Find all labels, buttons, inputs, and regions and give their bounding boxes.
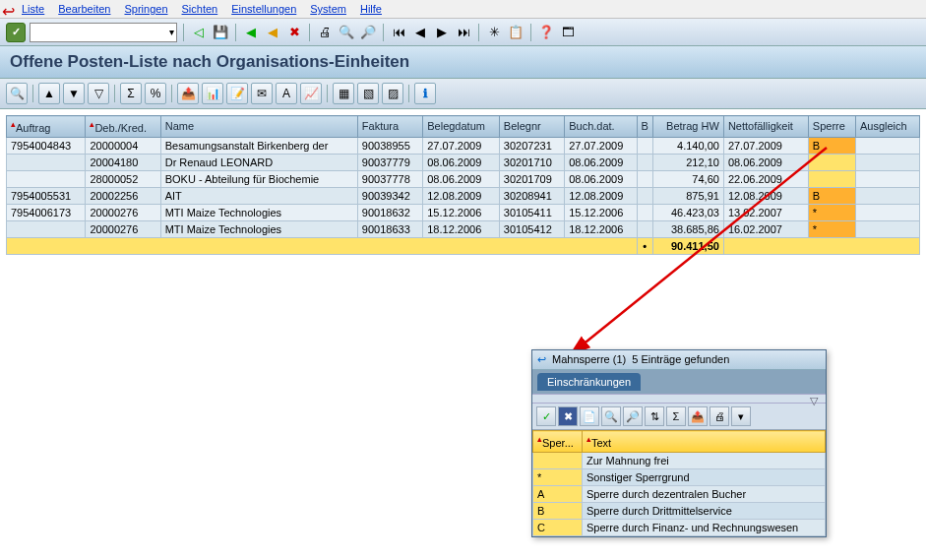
col-auftrag[interactable]: ▴Auftrag [7,116,86,138]
abc-icon[interactable]: A [276,83,297,104]
col-betrag[interactable]: Betrag HW [652,116,723,138]
word-icon[interactable]: 📝 [226,83,248,104]
subtotal-icon[interactable]: % [145,83,166,104]
exit-icon[interactable]: ◀ [264,24,281,41]
col-netto[interactable]: Nettofälligkeit [723,116,808,138]
sort-desc-icon[interactable]: ▼ [63,83,85,104]
next-page-icon[interactable]: ▶ [433,24,451,41]
layout1-icon[interactable]: ▦ [333,83,354,104]
popup-sap-icon: ↩ [537,353,546,366]
popup-collapse-icon[interactable]: ▽ [532,394,826,404]
col-ausgleich[interactable]: Ausgleich [855,116,919,138]
popup-title-b: 5 Einträge gefunden [632,353,729,366]
popup-check-icon[interactable]: ✓ [536,406,556,426]
lookup-row[interactable]: BSperre durch Drittmittelservice [533,502,826,519]
lookup-row[interactable]: CSperre durch Finanz- und Rechnungswesen [533,519,826,535]
table-row[interactable]: 795400617320000276MTI Maize Technologies… [7,204,920,220]
popup-more-icon[interactable]: ▾ [731,406,751,426]
popup-sort-icon[interactable]: ⇅ [645,406,664,426]
col-belegdatum[interactable]: Belegdatum [423,116,500,138]
last-page-icon[interactable]: ⏭ [455,24,472,41]
menu-sichten[interactable]: Sichten [182,3,218,15]
find-icon[interactable]: 🔍 [338,24,355,41]
layout2-icon[interactable]: ▧ [357,83,379,104]
back-icon[interactable]: ◁ [190,24,208,41]
lookup-row[interactable]: Zur Mahnung frei [533,452,826,468]
page-title: Offene Posten-Liste nach Organisations-E… [0,46,926,79]
app-toolbar: 🔍 ▲ ▼ ▽ Σ % 📤 📊 📝 ✉ A 📈 ▦ ▧ ▨ ℹ [0,79,926,109]
col-faktura[interactable]: Faktura [357,116,422,138]
sap-return-icon[interactable]: ↩ [2,2,15,21]
table-header-row: ▴Auftrag ▴Deb./Kred. Name Faktura Belegd… [7,116,920,138]
total-row: • 90.411,50 [7,237,920,254]
sperre-lookup-table[interactable]: ▴Sper... ▴Text Zur Mahnung frei*Sonstige… [532,430,826,536]
col-buchdat[interactable]: Buch.dat. [565,116,637,138]
command-field[interactable]: ▾ [30,23,177,42]
prev-page-icon[interactable]: ◀ [411,24,429,41]
popup-close-icon[interactable]: ✖ [558,406,578,426]
back-green-icon[interactable]: ◀ [242,24,260,41]
shortcut-icon[interactable]: 📋 [507,24,525,41]
popup-col-text[interactable]: ▴Text [583,431,826,453]
table-row[interactable]: 795400484320000004Besamungsanstalt Birke… [7,137,920,154]
col-b[interactable]: B [637,116,652,138]
menu-springen[interactable]: Springen [124,3,167,15]
popup-titlebar: ↩ Mahnsperre (1) 5 Einträge gefunden [532,350,826,370]
table-row[interactable]: 28000052BOKU - Abteilung für Biochemie90… [7,170,920,187]
find-next-icon[interactable]: 🔎 [359,24,377,41]
new-session-icon[interactable]: ✳ [485,24,503,41]
table-row[interactable]: 20000276MTI Maize Technologies9001863318… [7,220,920,237]
col-name[interactable]: Name [160,116,357,138]
details-icon[interactable]: 🔍 [6,83,28,104]
popup-findnext-icon[interactable]: 🔎 [623,406,643,426]
col-debkred[interactable]: ▴Deb./Kred. [86,116,160,138]
save-icon[interactable]: 💾 [212,24,229,41]
popup-export-icon[interactable]: 📤 [688,406,708,426]
first-page-icon[interactable]: ⏮ [390,24,407,41]
layout-icon[interactable]: 🗔 [559,24,577,41]
menu-system[interactable]: System [310,3,346,15]
excel-icon[interactable]: 📊 [202,83,223,104]
info-icon[interactable]: ℹ [414,83,436,104]
popup-toolbar: ✓ ✖ 📄 🔍 🔎 ⇅ Σ 📤 🖨 ▾ [532,404,826,430]
lookup-row[interactable]: ASperre durch dezentralen Bucher [533,485,826,502]
popup-title-a: Mahnsperre (1) [552,353,626,366]
menu-liste[interactable]: Liste [22,3,44,15]
popup-new-icon[interactable]: 📄 [580,406,599,426]
table-row[interactable]: 20004180Dr Renaud LEONARD9003777908.06.2… [7,154,920,170]
open-items-table[interactable]: ▴Auftrag ▴Deb./Kred. Name Faktura Belegd… [6,115,920,255]
popup-find-icon[interactable]: 🔍 [601,406,621,426]
ok-button[interactable]: ✓ [6,23,26,42]
tab-einschraenkungen[interactable]: Einschränkungen [537,373,641,391]
cancel-icon[interactable]: ✖ [285,24,303,41]
sort-asc-icon[interactable]: ▲ [38,83,60,104]
mahnsperre-popup: ↩ Mahnsperre (1) 5 Einträge gefunden Ein… [531,349,827,537]
table-row[interactable]: 795400553120002256AIT9003934212.08.20093… [7,187,920,204]
mail-icon[interactable]: ✉ [251,83,273,104]
col-sperre[interactable]: Sperre [808,116,855,138]
graphic-icon[interactable]: 📈 [300,83,322,104]
lookup-row[interactable]: *Sonstiger Sperrgrund [533,468,826,485]
menu-bearbeiten[interactable]: Bearbeiten [58,3,110,15]
col-belegnr[interactable]: Belegnr [499,116,564,138]
layout3-icon[interactable]: ▨ [382,83,403,104]
export-icon[interactable]: 📤 [177,83,199,104]
sum-icon[interactable]: Σ [120,83,142,104]
system-toolbar: ✓ ▾ ◁ 💾 ◀ ◀ ✖ 🖨 🔍 🔎 ⏮ ◀ ▶ ⏭ ✳ 📋 ❓ 🗔 [0,19,926,46]
popup-print-icon[interactable]: 🖨 [710,406,729,426]
print-icon[interactable]: 🖨 [316,24,334,41]
popup-sum-icon[interactable]: Σ [666,406,686,426]
popup-col-sper[interactable]: ▴Sper... [533,431,583,453]
menu-einstellungen[interactable]: Einstellungen [231,3,296,15]
menu-hilfe[interactable]: Hilfe [360,3,382,15]
menubar: Liste Bearbeiten Springen Sichten Einste… [0,0,926,19]
filter-icon[interactable]: ▽ [88,83,109,104]
help-icon[interactable]: ❓ [537,24,555,41]
